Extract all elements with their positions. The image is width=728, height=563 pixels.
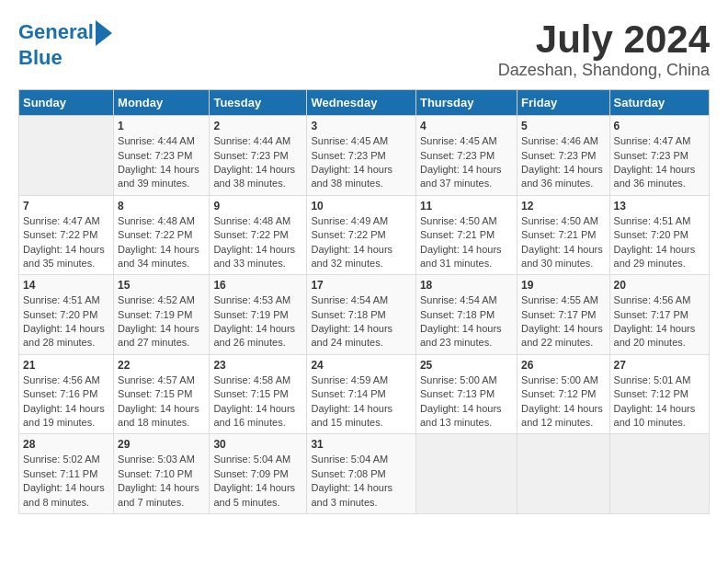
cell-content: Sunrise: 5:04 AMSunset: 7:08 PMDaylight:… <box>311 454 392 507</box>
calendar-cell: 28 Sunrise: 5:02 AMSunset: 7:11 PMDaylig… <box>19 434 114 514</box>
day-number: 27 <box>614 359 705 372</box>
logo-blue: Blue <box>18 46 63 70</box>
day-number: 28 <box>23 438 109 451</box>
cell-content: Sunrise: 4:55 AMSunset: 7:17 PMDaylight:… <box>521 294 603 348</box>
day-number: 19 <box>521 279 605 292</box>
weekday-header: Saturday <box>609 90 709 116</box>
cell-content: Sunrise: 4:47 AMSunset: 7:23 PMDaylight:… <box>614 135 696 189</box>
day-number: 23 <box>213 359 302 372</box>
calendar-cell: 20 Sunrise: 4:56 AMSunset: 7:17 PMDaylig… <box>609 275 709 355</box>
calendar-cell: 27 Sunrise: 5:01 AMSunset: 7:12 PMDaylig… <box>609 354 709 434</box>
calendar-header-row: SundayMondayTuesdayWednesdayThursdayFrid… <box>19 90 710 116</box>
cell-content: Sunrise: 4:49 AMSunset: 7:22 PMDaylight:… <box>311 215 392 269</box>
calendar-cell: 2 Sunrise: 4:44 AMSunset: 7:23 PMDayligh… <box>210 116 307 196</box>
calendar-week-row: 14 Sunrise: 4:51 AMSunset: 7:20 PMDaylig… <box>19 275 710 355</box>
calendar-cell: 6 Sunrise: 4:47 AMSunset: 7:23 PMDayligh… <box>609 116 709 196</box>
calendar-cell: 18 Sunrise: 4:54 AMSunset: 7:18 PMDaylig… <box>415 275 517 355</box>
cell-content: Sunrise: 5:00 AMSunset: 7:13 PMDaylight:… <box>420 374 502 428</box>
day-number: 9 <box>213 200 302 213</box>
day-number: 24 <box>311 359 412 372</box>
cell-content: Sunrise: 4:56 AMSunset: 7:16 PMDaylight:… <box>23 374 105 428</box>
calendar-cell: 23 Sunrise: 4:58 AMSunset: 7:15 PMDaylig… <box>210 354 307 434</box>
calendar-cell: 21 Sunrise: 4:56 AMSunset: 7:16 PMDaylig… <box>19 354 114 434</box>
day-number: 20 <box>614 279 705 292</box>
cell-content: Sunrise: 4:50 AMSunset: 7:21 PMDaylight:… <box>420 215 502 269</box>
cell-content: Sunrise: 4:50 AMSunset: 7:21 PMDaylight:… <box>521 215 603 269</box>
calendar-week-row: 28 Sunrise: 5:02 AMSunset: 7:11 PMDaylig… <box>19 434 710 514</box>
day-number: 15 <box>118 279 205 292</box>
cell-content: Sunrise: 4:45 AMSunset: 7:23 PMDaylight:… <box>311 135 392 189</box>
day-number: 25 <box>420 359 513 372</box>
title-block: July 2024 Dazeshan, Shandong, China <box>498 18 710 80</box>
cell-content: Sunrise: 4:48 AMSunset: 7:22 PMDaylight:… <box>213 215 295 269</box>
cell-content: Sunrise: 4:47 AMSunset: 7:22 PMDaylight:… <box>23 215 105 269</box>
cell-content: Sunrise: 5:01 AMSunset: 7:12 PMDaylight:… <box>614 374 696 428</box>
logo-arrow-icon <box>96 20 112 46</box>
cell-content: Sunrise: 4:46 AMSunset: 7:23 PMDaylight:… <box>521 135 603 189</box>
calendar-cell: 13 Sunrise: 4:51 AMSunset: 7:20 PMDaylig… <box>609 195 709 275</box>
calendar-cell: 22 Sunrise: 4:57 AMSunset: 7:15 PMDaylig… <box>114 354 210 434</box>
cell-content: Sunrise: 4:53 AMSunset: 7:19 PMDaylight:… <box>213 294 295 348</box>
cell-content: Sunrise: 4:48 AMSunset: 7:22 PMDaylight:… <box>118 215 199 269</box>
calendar-cell: 1 Sunrise: 4:44 AMSunset: 7:23 PMDayligh… <box>114 116 210 196</box>
page-header: General Blue July 2024 Dazeshan, Shandon… <box>18 18 710 80</box>
calendar-week-row: 1 Sunrise: 4:44 AMSunset: 7:23 PMDayligh… <box>19 116 710 196</box>
calendar-cell: 12 Sunrise: 4:50 AMSunset: 7:21 PMDaylig… <box>518 195 609 275</box>
weekday-header: Thursday <box>415 90 517 116</box>
calendar-cell: 4 Sunrise: 4:45 AMSunset: 7:23 PMDayligh… <box>415 116 517 196</box>
day-number: 3 <box>311 120 412 132</box>
sub-title: Dazeshan, Shandong, China <box>498 61 710 80</box>
cell-content: Sunrise: 4:58 AMSunset: 7:15 PMDaylight:… <box>213 374 295 428</box>
calendar-cell: 9 Sunrise: 4:48 AMSunset: 7:22 PMDayligh… <box>210 195 307 275</box>
calendar-cell: 24 Sunrise: 4:59 AMSunset: 7:14 PMDaylig… <box>307 354 416 434</box>
logo-general: General <box>18 20 94 43</box>
day-number: 8 <box>118 200 205 213</box>
cell-content: Sunrise: 4:54 AMSunset: 7:18 PMDaylight:… <box>311 294 392 348</box>
calendar-cell: 16 Sunrise: 4:53 AMSunset: 7:19 PMDaylig… <box>210 275 307 355</box>
weekday-header: Tuesday <box>210 90 307 116</box>
cell-content: Sunrise: 4:57 AMSunset: 7:15 PMDaylight:… <box>118 374 199 428</box>
day-number: 7 <box>23 200 109 213</box>
weekday-header: Monday <box>114 90 210 116</box>
cell-content: Sunrise: 4:45 AMSunset: 7:23 PMDaylight:… <box>420 135 502 189</box>
calendar-cell: 14 Sunrise: 4:51 AMSunset: 7:20 PMDaylig… <box>19 275 114 355</box>
day-number: 1 <box>118 120 205 132</box>
day-number: 18 <box>420 279 513 292</box>
day-number: 13 <box>614 200 705 213</box>
weekday-header: Sunday <box>19 90 114 116</box>
calendar-cell: 15 Sunrise: 4:52 AMSunset: 7:19 PMDaylig… <box>114 275 210 355</box>
cell-content: Sunrise: 5:04 AMSunset: 7:09 PMDaylight:… <box>213 454 295 507</box>
calendar-cell: 11 Sunrise: 4:50 AMSunset: 7:21 PMDaylig… <box>415 195 517 275</box>
calendar-cell <box>19 116 114 196</box>
day-number: 21 <box>23 359 109 372</box>
day-number: 14 <box>23 279 109 292</box>
calendar-cell: 19 Sunrise: 4:55 AMSunset: 7:17 PMDaylig… <box>518 275 609 355</box>
calendar-cell: 5 Sunrise: 4:46 AMSunset: 7:23 PMDayligh… <box>518 116 609 196</box>
day-number: 5 <box>521 120 605 132</box>
calendar-week-row: 7 Sunrise: 4:47 AMSunset: 7:22 PMDayligh… <box>19 195 710 275</box>
day-number: 11 <box>420 200 513 213</box>
logo: General Blue <box>18 18 112 70</box>
calendar-cell <box>518 434 609 514</box>
calendar-cell: 8 Sunrise: 4:48 AMSunset: 7:22 PMDayligh… <box>114 195 210 275</box>
cell-content: Sunrise: 4:52 AMSunset: 7:19 PMDaylight:… <box>118 294 199 348</box>
calendar-cell: 7 Sunrise: 4:47 AMSunset: 7:22 PMDayligh… <box>19 195 114 275</box>
day-number: 4 <box>420 120 513 132</box>
day-number: 10 <box>311 200 412 213</box>
logo-text: General <box>18 21 94 43</box>
calendar-cell <box>415 434 517 514</box>
calendar-cell: 29 Sunrise: 5:03 AMSunset: 7:10 PMDaylig… <box>114 434 210 514</box>
cell-content: Sunrise: 4:54 AMSunset: 7:18 PMDaylight:… <box>420 294 502 348</box>
weekday-header: Wednesday <box>307 90 416 116</box>
day-number: 22 <box>118 359 205 372</box>
cell-content: Sunrise: 4:44 AMSunset: 7:23 PMDaylight:… <box>213 135 295 189</box>
calendar-cell: 26 Sunrise: 5:00 AMSunset: 7:12 PMDaylig… <box>518 354 609 434</box>
day-number: 17 <box>311 279 412 292</box>
day-number: 6 <box>614 120 705 132</box>
calendar-cell: 30 Sunrise: 5:04 AMSunset: 7:09 PMDaylig… <box>210 434 307 514</box>
main-title: July 2024 <box>498 18 710 61</box>
day-number: 30 <box>213 438 302 451</box>
cell-content: Sunrise: 5:00 AMSunset: 7:12 PMDaylight:… <box>521 374 603 428</box>
cell-content: Sunrise: 5:02 AMSunset: 7:11 PMDaylight:… <box>23 454 105 507</box>
cell-content: Sunrise: 4:59 AMSunset: 7:14 PMDaylight:… <box>311 374 392 428</box>
